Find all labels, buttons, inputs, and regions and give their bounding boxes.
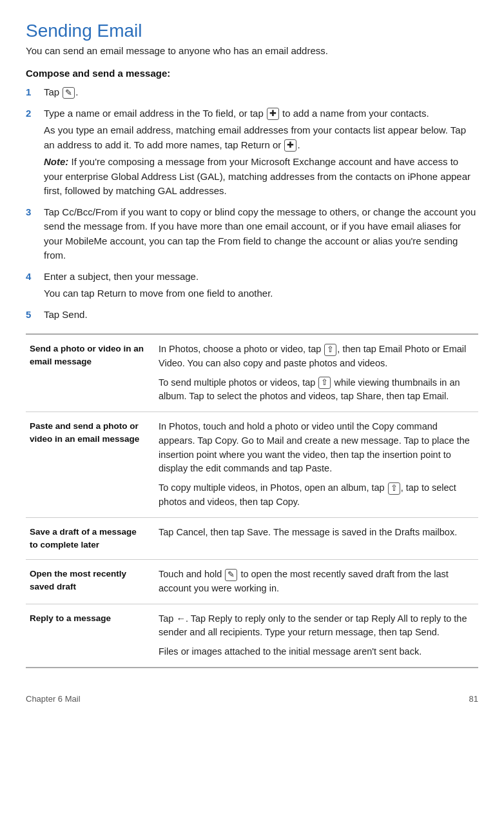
table-cell-content-5-p1: Tap ←. Tap Reply to reply only to the se…: [159, 612, 472, 640]
intro-text: You can send an email message to anyone …: [26, 45, 478, 56]
step-4-number: 4: [26, 270, 44, 301]
compose-icon: ✎: [63, 87, 75, 99]
table-cell-content-4-p1: Touch and hold ✎ to open the most recent…: [159, 568, 472, 596]
step-5: 5 Tap Send.: [26, 308, 478, 322]
compose-heading: Compose and send a message:: [26, 68, 478, 79]
table-cell-content-2: In Photos, touch and hold a photo or vid…: [155, 412, 478, 518]
step-5-number: 5: [26, 308, 44, 322]
share-icon-3: ⇧: [388, 482, 400, 495]
table-row-save-draft: Save a draft of a message to complete la…: [26, 517, 478, 560]
table-cell-content-2-p2: To copy multiple videos, in Photos, open…: [159, 481, 472, 510]
table-row-open-draft: Open the most recently saved draft Touch…: [26, 560, 478, 604]
step-1-number: 1: [26, 85, 44, 100]
table-cell-content-1: In Photos, choose a photo or video, tap …: [155, 334, 478, 412]
table-cell-content-1-p2: To send multiple photos or videos, tap ⇧…: [159, 376, 472, 404]
table-cell-content-3: Tap Cancel, then tap Save. The message i…: [155, 517, 478, 560]
add-icon: ✚: [284, 139, 296, 152]
table-cell-content-5: Tap ←. Tap Reply to reply only to the se…: [155, 604, 478, 668]
table-cell-label-2: Paste and send a photo or video in an em…: [26, 412, 155, 518]
step-3-content: Tap Cc/Bcc/From if you want to copy or b…: [44, 205, 478, 263]
compose-icon-2: ✎: [225, 569, 237, 581]
page-title: Sending Email: [26, 21, 478, 41]
table-cell-label-1: Send a photo or video in an email messag…: [26, 334, 155, 412]
step-1: 1 Tap ✎.: [26, 85, 478, 100]
footer-page: 81: [469, 694, 478, 704]
table-cell-content-3-p1: Tap Cancel, then tap Save. The message i…: [159, 526, 472, 540]
step-5-content: Tap Send.: [44, 308, 478, 322]
steps-list: 1 Tap ✎. 2 Type a name or email address …: [26, 85, 478, 322]
share-icon-1: ⇧: [324, 344, 336, 356]
footer-chapter: Chapter 6 Mail: [26, 694, 81, 704]
step-1-content: Tap ✎.: [44, 85, 478, 100]
info-table: Send a photo or video in an email messag…: [26, 333, 478, 668]
table-cell-content-1-p1: In Photos, choose a photo or video, tap …: [159, 342, 472, 371]
step-2-number: 2: [26, 106, 44, 199]
table-row-reply: Reply to a message Tap ←. Tap Reply to r…: [26, 604, 478, 668]
step-2-content: Type a name or email address in the To f…: [44, 106, 478, 199]
step-2-note: Note: If you're composing a message from…: [44, 155, 478, 199]
step-2: 2 Type a name or email address in the To…: [26, 106, 478, 199]
table-cell-content-4: Touch and hold ✎ to open the most recent…: [155, 560, 478, 604]
table-row-paste-photo: Paste and send a photo or video in an em…: [26, 412, 478, 518]
table-cell-label-4: Open the most recently saved draft: [26, 560, 155, 604]
footer: Chapter 6 Mail 81: [26, 694, 478, 704]
step-2-sub: As you type an email address, matching e…: [44, 123, 478, 152]
table-row-send-photo: Send a photo or video in an email messag…: [26, 334, 478, 412]
step-3-number: 3: [26, 205, 44, 263]
table-cell-content-2-p1: In Photos, touch and hold a photo or vid…: [159, 420, 472, 476]
table-cell-label-3: Save a draft of a message to complete la…: [26, 517, 155, 560]
step-4: 4 Enter a subject, then your message. Yo…: [26, 270, 478, 301]
table-cell-content-5-p2: Files or images attached to the initial …: [159, 645, 472, 659]
table-cell-label-5: Reply to a message: [26, 604, 155, 668]
share-icon-2: ⇧: [318, 377, 331, 389]
step-4-sub: You can tap Return to move from one fiel…: [44, 286, 478, 301]
add-contact-icon: ✚: [267, 108, 279, 120]
step-3: 3 Tap Cc/Bcc/From if you want to copy or…: [26, 205, 478, 263]
step-4-content: Enter a subject, then your message. You …: [44, 270, 478, 301]
